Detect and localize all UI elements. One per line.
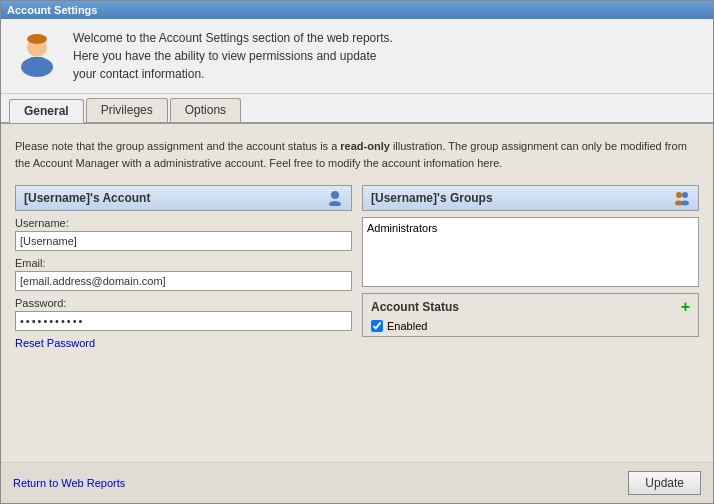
password-input[interactable] [15, 311, 352, 331]
footer-bar: Return to Web Reports Update [1, 462, 713, 503]
tab-privileges[interactable]: Privileges [86, 98, 168, 122]
reset-password-link[interactable]: Reset Password [15, 337, 352, 349]
groups-list: Administrators [362, 217, 699, 287]
user-icon [327, 190, 343, 206]
groups-icon [674, 190, 690, 206]
welcome-text: Welcome to the Account Settings section … [73, 29, 393, 83]
return-link[interactable]: Return to Web Reports [13, 477, 125, 489]
email-input[interactable] [15, 271, 352, 291]
svg-point-4 [331, 191, 339, 199]
group-item: Administrators [367, 222, 694, 234]
email-field: Email: [15, 257, 352, 291]
left-panel-header: [Username]'s Account [15, 185, 352, 211]
username-field: Username: [15, 217, 352, 251]
svg-point-9 [681, 201, 689, 206]
header-section: Welcome to the Account Settings section … [1, 19, 713, 94]
username-input[interactable] [15, 231, 352, 251]
email-label: Email: [15, 257, 352, 269]
username-label: Username: [15, 217, 352, 229]
window-title: Account Settings [7, 4, 97, 16]
enabled-label: Enabled [387, 320, 427, 332]
enabled-checkbox[interactable] [371, 320, 383, 332]
status-header: Account Status + [371, 298, 690, 316]
update-button[interactable]: Update [628, 471, 701, 495]
avatar [13, 29, 61, 77]
svg-point-2 [27, 34, 47, 44]
tab-options[interactable]: Options [170, 98, 241, 122]
svg-point-5 [329, 201, 341, 206]
svg-rect-3 [31, 57, 43, 65]
right-panel-header: [Username]'s Groups [362, 185, 699, 211]
content-area: Please note that the group assignment an… [1, 124, 713, 462]
title-bar: Account Settings [1, 1, 713, 19]
password-field: Password: [15, 297, 352, 331]
columns: [Username]'s Account Username: Email: Pa… [15, 185, 699, 452]
main-window: Account Settings Welcome to the Account … [0, 0, 714, 504]
svg-point-6 [676, 192, 682, 198]
add-status-button[interactable]: + [681, 298, 690, 316]
tab-general[interactable]: General [9, 99, 84, 123]
right-panel: [Username]'s Groups Administrators Accou… [362, 185, 699, 452]
status-panel: Account Status + Enabled [362, 293, 699, 337]
tabs-bar: General Privileges Options [1, 94, 713, 124]
svg-point-8 [682, 192, 688, 198]
password-label: Password: [15, 297, 352, 309]
left-panel: [Username]'s Account Username: Email: Pa… [15, 185, 352, 452]
note-text: Please note that the group assignment an… [15, 134, 699, 175]
status-enabled-item: Enabled [371, 320, 690, 332]
